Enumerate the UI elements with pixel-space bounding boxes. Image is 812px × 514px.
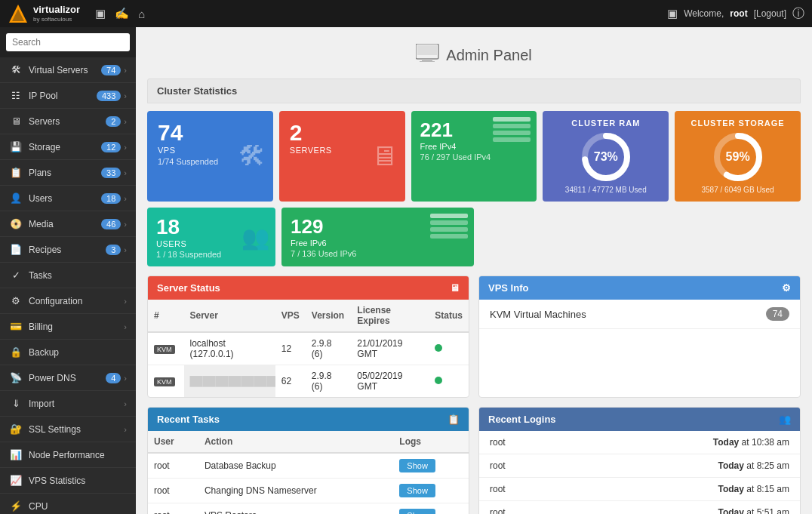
server-table: # Server VPS Version License Expires Sta…	[148, 300, 469, 397]
sidebar-label: Virtual Servers	[29, 65, 101, 75]
sidebar-item-cpu[interactable]: ⚡ CPU	[0, 494, 136, 514]
home-icon[interactable]: ⌂	[138, 8, 145, 20]
kvm-badge: KVM	[154, 377, 175, 386]
svg-rect-3	[417, 45, 437, 55]
sidebar-item-media[interactable]: 📀 Media 46 ›	[0, 211, 136, 237]
vps-kvm-count: 74	[766, 307, 789, 321]
users-stat-card: 18 USERS 1 / 18 Suspended 👥	[147, 208, 275, 266]
username-text: root	[730, 8, 747, 19]
chevron-icon: ›	[124, 91, 127, 100]
show-button[interactable]: Show	[399, 484, 435, 497]
sidebar-label: Tasks	[29, 270, 127, 281]
users-icon: 👤	[9, 192, 23, 204]
task-action: Database Backup	[198, 453, 393, 479]
sidebar-item-virtual-servers[interactable]: 🛠 Virtual Servers 74 ›	[0, 57, 136, 83]
sidebar-item-backup[interactable]: 🔒 Backup	[0, 340, 136, 365]
logo: virtualizor by softaculous	[8, 3, 80, 24]
server-status-title: Server Status	[157, 282, 220, 294]
storage-sublabel: 3587 / 6049 GB Used	[702, 186, 774, 194]
vps-info-title: VPS Info	[488, 282, 528, 294]
search-input[interactable]	[6, 33, 130, 51]
tasks-logins-section: Recent Tasks 📋 User Action Logs	[147, 407, 801, 514]
sidebar-item-ssl-settings[interactable]: 🔐 SSL Settings ›	[0, 417, 136, 442]
sidebar-label: Power DNS	[29, 373, 106, 383]
col-vps: VPS	[275, 300, 306, 332]
vps-info-icon: ⚙	[782, 282, 791, 294]
notification-icon[interactable]: ▣	[667, 7, 678, 20]
sidebar-item-node-performance[interactable]: 📊 Node Performance	[0, 442, 136, 468]
task-user: root	[148, 503, 198, 515]
sidebar-label: SSL Settings	[29, 424, 124, 435]
login-user: root	[490, 460, 506, 471]
logo-text: virtualizor	[33, 5, 80, 15]
recent-logins-body: root Today at 10:38 am root Today at 8:2…	[479, 431, 800, 514]
cluster-ram-title: CLUSTER RAM	[571, 118, 640, 128]
page-title: Admin Panel	[446, 47, 531, 64]
login-row: root Today at 8:15 am	[479, 478, 800, 501]
servers-card-icon: 🖥	[371, 140, 398, 172]
plans-badge: 33	[101, 168, 121, 178]
cluster-stats-grid: 74 VPS 1/74 Suspended 🛠 2 SERVERS 🖥 221 …	[147, 111, 801, 202]
help-icon[interactable]: ⓘ	[792, 6, 804, 22]
sidebar-label: Configuration	[29, 296, 124, 306]
storage-badge: 12	[101, 142, 121, 152]
ipv4-lines	[493, 117, 531, 142]
sidebar-item-ip-pool[interactable]: ☷ IP Pool 433 ›	[0, 83, 136, 109]
login-row: root Today at 8:25 am	[479, 454, 800, 478]
sidebar-item-import[interactable]: ⇓ Import ›	[0, 391, 136, 417]
logout-link[interactable]: [Logout]	[754, 8, 786, 19]
sidebar-label: Billing	[29, 322, 124, 332]
login-row: root Today at 10:38 am	[479, 431, 800, 454]
recent-tasks-panel: Recent Tasks 📋 User Action Logs	[147, 407, 469, 514]
main-layout: 🔍 🛠 Virtual Servers 74 › ☷ IP Pool 433 ›…	[0, 27, 812, 514]
sidebar-item-billing[interactable]: 💳 Billing ›	[0, 314, 136, 340]
row-num: KVM	[148, 332, 184, 365]
ipv4-stat-card: 221 Free IPv4 76 / 297 Used IPv4	[411, 111, 537, 202]
ipv6-stat-card: 129 Free IPv6 7 / 136 Used IPv6	[281, 208, 474, 266]
plans-icon: 📋	[9, 167, 23, 178]
search-container: 🔍	[0, 27, 136, 57]
sidebar-item-power-dns[interactable]: 📡 Power DNS 4 ›	[0, 365, 136, 391]
vps-info-row: KVM Virtual Machines 74	[479, 300, 800, 329]
svg-rect-5	[420, 61, 435, 62]
row-version: 2.9.8 (6)	[306, 332, 352, 365]
tasks-icon: 📋	[448, 414, 460, 425]
cpu-icon: ⚡	[9, 500, 23, 512]
server-status-panel: Server Status 🖥 # Server VPS Version Lic…	[147, 275, 469, 398]
sidebar-item-storage[interactable]: 💾 Storage 12 ›	[0, 134, 136, 160]
task-row: root Database Backup Show	[148, 453, 469, 479]
sidebar-item-servers[interactable]: 🖥 Servers 2 ›	[0, 109, 136, 134]
sidebar-item-vps-statistics[interactable]: 📈 VPS Statistics	[0, 468, 136, 494]
task-action: Changing DNS Nameserver	[198, 479, 393, 503]
task-logs: Show	[393, 503, 469, 515]
sidebar-item-plans[interactable]: 📋 Plans 33 ›	[0, 160, 136, 186]
vps-stats-icon: 📈	[9, 475, 23, 486]
chevron-icon: ›	[124, 322, 127, 331]
table-row: KVM localhost (127.0.0.1) 12 2.9.8 (6) 2…	[148, 332, 469, 365]
sidebar-label: VPS Statistics	[29, 476, 127, 486]
sidebar-item-users[interactable]: 👤 Users 18 ›	[0, 186, 136, 211]
show-button[interactable]: Show	[399, 459, 435, 472]
sidebar-label: Plans	[29, 168, 101, 178]
server-vps-section: Server Status 🖥 # Server VPS Version Lic…	[147, 275, 801, 398]
sidebar-item-recipes[interactable]: 📄 Recipes 3 ›	[0, 237, 136, 263]
ram-sublabel: 34811 / 47772 MB Used	[565, 186, 647, 194]
status-online-dot	[435, 344, 442, 352]
node-perf-icon: 📊	[9, 449, 23, 460]
clipboard-icon[interactable]: ▣	[95, 7, 106, 20]
vps-stat-card: 74 VPS 1/74 Suspended 🛠	[147, 111, 273, 202]
recent-logins-header: Recent Logins 👥	[479, 408, 800, 431]
login-user: root	[490, 507, 506, 514]
login-time: Today at 8:15 am	[718, 484, 790, 494]
tasks-table: User Action Logs root Database Backup Sh…	[148, 431, 469, 514]
media-icon: 📀	[9, 218, 23, 229]
sidebar-item-tasks[interactable]: ✓ Tasks	[0, 263, 136, 288]
chat-icon[interactable]: ✍	[115, 7, 129, 20]
sidebar-item-configuration[interactable]: ⚙ Configuration ›	[0, 288, 136, 314]
storage-gauge: 59%	[712, 131, 764, 183]
sidebar: 🔍 🛠 Virtual Servers 74 › ☷ IP Pool 433 ›…	[0, 27, 136, 514]
show-button[interactable]: Show	[399, 509, 435, 514]
vps-kvm-label: KVM Virtual Machines	[490, 309, 586, 320]
col-num: #	[148, 300, 184, 332]
tasks-icon: ✓	[9, 269, 23, 281]
